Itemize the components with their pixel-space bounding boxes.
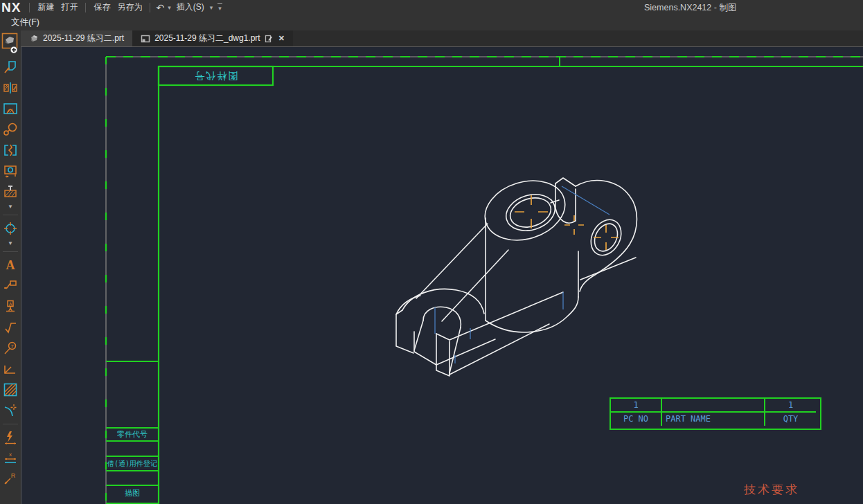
modified-icon[interactable]	[265, 35, 273, 43]
sheet-outer-border	[106, 57, 863, 504]
hatch-pin-icon[interactable]	[1, 183, 19, 201]
id-balloon-icon[interactable]: 7	[1, 339, 19, 357]
svg-text:A: A	[9, 302, 12, 307]
arc-center-icon[interactable]	[1, 402, 19, 420]
detail-view-icon[interactable]	[1, 120, 19, 138]
borrowed-parts-label[interactable]: 借(通)用件登记	[106, 456, 159, 471]
tab-label: 2025-11-29 练习二.prt	[43, 33, 124, 44]
toolbar-divider	[3, 215, 18, 215]
separator	[150, 3, 150, 12]
toolbar-divider	[3, 251, 18, 252]
linear-dimension-icon[interactable]: x	[1, 449, 19, 467]
close-tab-icon[interactable]: ✕	[278, 34, 285, 43]
tab-part-model[interactable]: 2025-11-29 练习二.prt	[21, 30, 132, 46]
technical-requirements-label[interactable]: 技术要求	[744, 482, 799, 498]
projected-view-icon[interactable]	[1, 58, 19, 76]
section-cut-icon[interactable]	[1, 162, 19, 180]
part-model-icon	[29, 34, 39, 44]
insert-dropdown-chevron-icon[interactable]: ▾	[208, 4, 215, 11]
radial-dimension-icon[interactable]: R	[1, 470, 19, 488]
separator	[85, 3, 86, 12]
title-block-cell[interactable]	[662, 399, 765, 413]
sheet-code-label[interactable]: 图样代号	[159, 66, 273, 85]
separator	[29, 3, 30, 12]
save-button[interactable]: 保存	[90, 1, 114, 13]
title-block-cell[interactable]: QTY	[765, 413, 816, 426]
center-mark-chevron-icon[interactable]: ▼	[1, 240, 19, 247]
leader-dimension-icon[interactable]	[1, 277, 19, 295]
title-bar: NX 新建 打开 保存 另存为 ↶ ▾ 插入(S) ▾ ▾ Siemens.NX…	[0, 0, 863, 15]
file-menu[interactable]: 文件(F)	[0, 15, 46, 30]
tracing-label[interactable]: 描图	[106, 485, 159, 501]
base-view-add-icon[interactable]	[1, 32, 19, 55]
svg-text:7: 7	[10, 343, 14, 350]
datum-feature-icon[interactable]: A	[1, 298, 19, 316]
tab-label: 2025-11-29 练习二_dwg1.prt	[154, 33, 260, 44]
crosshatch-icon[interactable]	[1, 381, 19, 399]
undo-dropdown-chevron-icon[interactable]: ▾	[166, 4, 173, 11]
surface-finish-icon[interactable]	[1, 318, 19, 336]
open-button[interactable]: 打开	[57, 1, 81, 13]
tab-drawing-sheet[interactable]: 2025-11-29 练习二_dwg1.prt ✕	[132, 30, 293, 46]
local-section-view-icon[interactable]	[1, 100, 19, 118]
insert-menu-button[interactable]: 插入(S)	[173, 1, 208, 13]
save-as-button[interactable]: 另存为	[114, 1, 145, 13]
sheet-inner-frame	[106, 66, 863, 504]
title-block-table[interactable]: 1 1 PC NO PART NAME QTY	[610, 397, 821, 430]
break-view-icon[interactable]	[1, 141, 19, 159]
menu-bar: 文件(F)	[0, 15, 863, 30]
note-text-icon[interactable]: A	[1, 256, 19, 274]
title-block-cell[interactable]: PART NAME	[662, 413, 765, 426]
drawing-viewport[interactable]: 图样代号 零件代号 借(通)用件登记 描图 1 1 PC NO PART NAM…	[21, 46, 863, 504]
title-block-cell[interactable]: 1	[611, 399, 662, 413]
svg-text:x: x	[9, 451, 12, 458]
undo-arrow-icon[interactable]: ↶	[154, 2, 166, 13]
part-tab-bar: 2025-11-29 练习二.prt 2025-11-29 练习二_dwg1.p…	[21, 30, 863, 46]
nx-application-window: NX 新建 打开 保存 另存为 ↶ ▾ 插入(S) ▾ ▾ Siemens.NX…	[0, 0, 863, 504]
new-button[interactable]: 新建	[34, 1, 57, 13]
part-code-label[interactable]: 零件代号	[106, 428, 159, 441]
rapid-dimension-icon[interactable]	[1, 429, 19, 447]
center-mark-icon[interactable]	[1, 219, 19, 237]
more-views-chevron-icon[interactable]: ▼	[1, 204, 19, 210]
drawing-sheet-icon	[141, 34, 150, 44]
customize-quick-access-icon[interactable]: ▾	[217, 3, 222, 12]
nx-logo: NX	[0, 1, 25, 15]
svg-text:A: A	[6, 258, 15, 272]
intersection-symbol-icon[interactable]	[1, 360, 19, 378]
svg-text:R: R	[11, 472, 16, 479]
hidden-lines	[435, 186, 610, 363]
title-block-cell[interactable]: PC NO	[611, 413, 662, 426]
title-block-cell[interactable]: 1	[765, 399, 816, 413]
section-view-icon[interactable]	[1, 79, 19, 97]
part-wireframe[interactable]	[396, 172, 637, 376]
toolbar-divider	[3, 424, 18, 424]
window-title: Siemens.NX2412 - 制图	[644, 2, 736, 14]
drafting-toolbar: ▼ ▼ A A	[0, 30, 21, 504]
